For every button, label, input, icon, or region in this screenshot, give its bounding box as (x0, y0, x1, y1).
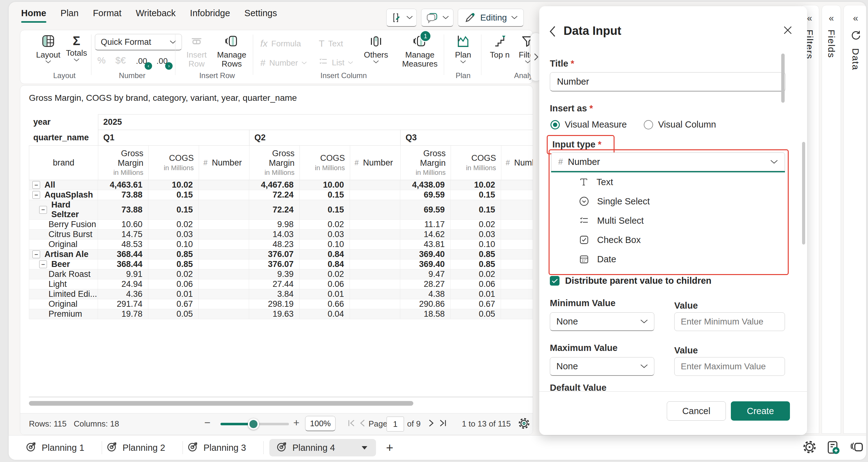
tab-menu-caret-icon[interactable] (362, 446, 367, 450)
number-input-cell[interactable] (350, 309, 400, 319)
input-type-option-date[interactable]: Date (551, 249, 785, 269)
number-input-cell[interactable] (501, 259, 533, 269)
number-input-cell[interactable] (199, 229, 249, 239)
number-input-cell[interactable] (199, 279, 249, 289)
number-input-cell[interactable] (350, 289, 400, 299)
number-input-cell[interactable] (350, 190, 400, 200)
number-input-cell[interactable] (199, 249, 249, 259)
number-input-cell[interactable] (350, 299, 400, 309)
input-type-option-check-box[interactable]: Check Box (551, 230, 785, 249)
collapsed-panel-data[interactable]: «Data (843, 5, 866, 434)
menu-item-home[interactable]: Home (21, 8, 46, 23)
collapse-toggle-icon[interactable]: − (39, 260, 47, 268)
layout-button[interactable]: Layout (33, 34, 63, 63)
expand-panel-icon[interactable]: « (853, 13, 858, 23)
page-copies-icon[interactable] (850, 440, 865, 456)
number-input-cell[interactable] (501, 200, 533, 219)
expand-panel-icon[interactable]: « (829, 13, 834, 23)
minimum-value-input[interactable] (674, 312, 785, 331)
zoom-in-button[interactable]: + (293, 417, 300, 429)
collapsed-panel-fields[interactable]: «Fields (822, 5, 841, 434)
zoom-out-button[interactable]: − (204, 417, 211, 429)
manage-measures-button[interactable]: 1 Manage Measures (400, 34, 439, 68)
maximum-value-input[interactable] (674, 357, 785, 376)
number-input-cell[interactable] (501, 279, 533, 289)
currency-format-button[interactable]: $€ (115, 55, 126, 66)
options-list-scrollbar[interactable] (781, 54, 785, 103)
add-sheet-button[interactable]: + (386, 441, 393, 455)
grid-settings-gear-icon[interactable] (518, 417, 530, 431)
panel-scrollbar[interactable] (802, 142, 805, 245)
number-input-cell[interactable] (501, 220, 533, 229)
number-input-cell[interactable] (199, 180, 249, 190)
number-input-cell[interactable] (199, 240, 249, 249)
comments-dropdown[interactable] (421, 9, 454, 27)
insert-others-button[interactable]: Others (361, 34, 391, 63)
zoom-slider-thumb[interactable] (248, 419, 259, 430)
number-input-cell[interactable] (199, 299, 249, 309)
menu-item-format[interactable]: Format (93, 8, 122, 23)
collapse-toggle-icon[interactable]: − (32, 181, 40, 189)
number-input-cell[interactable] (199, 200, 249, 219)
number-input-cell[interactable] (501, 309, 533, 319)
number-input-cell[interactable] (501, 190, 533, 200)
number-input-cell[interactable] (350, 259, 400, 269)
number-input-cell[interactable] (350, 240, 400, 249)
number-input-cell[interactable] (350, 180, 400, 190)
input-type-option-text[interactable]: Text (551, 172, 785, 192)
expand-panel-icon[interactable]: « (807, 13, 812, 23)
number-input-cell[interactable] (199, 190, 249, 200)
number-input-cell[interactable] (350, 200, 400, 219)
sheet-tab-planning-3[interactable]: Planning 3 (183, 441, 264, 455)
number-input-cell[interactable] (501, 270, 533, 279)
previous-page-button[interactable] (359, 419, 365, 429)
number-input-cell[interactable] (199, 309, 249, 319)
number-input-cell[interactable] (501, 240, 533, 249)
zoom-slider[interactable] (220, 423, 289, 425)
number-input-cell[interactable] (350, 249, 400, 259)
quick-format-dropdown[interactable]: Quick Format (95, 34, 182, 51)
number-input-cell[interactable] (199, 270, 249, 279)
number-input-cell[interactable] (501, 289, 533, 299)
number-input-cell[interactable] (501, 180, 533, 190)
percent-format-button[interactable]: % (97, 55, 106, 66)
minimum-value-dropdown[interactable]: None (550, 312, 654, 331)
mode-dropdown[interactable]: Editing (458, 9, 524, 27)
maximum-value-dropdown[interactable]: None (550, 357, 654, 376)
number-input-cell[interactable] (199, 259, 249, 269)
close-icon[interactable] (782, 25, 793, 37)
menu-item-writeback[interactable]: Writeback (135, 8, 176, 23)
menu-item-plan[interactable]: Plan (61, 8, 79, 23)
title-field-input[interactable] (550, 72, 785, 91)
radio-visual-measure[interactable]: Visual Measure (551, 120, 627, 130)
number-input-cell[interactable] (350, 270, 400, 279)
sheet-tab-planning-1[interactable]: Planning 1 (21, 441, 102, 455)
increase-decimal-button[interactable]: .00 › (156, 56, 167, 66)
refresh-icon[interactable] (850, 30, 861, 41)
number-input-cell[interactable] (501, 229, 533, 239)
plan-button[interactable]: Plan (449, 34, 477, 63)
cancel-button[interactable]: Cancel (667, 401, 726, 421)
collapse-toggle-icon[interactable]: − (32, 191, 40, 199)
horizontal-scrollbar[interactable] (29, 401, 413, 406)
create-button[interactable]: Create (731, 401, 790, 421)
number-input-cell[interactable] (199, 289, 249, 299)
radio-visual-column[interactable]: Visual Column (644, 120, 716, 130)
back-icon[interactable] (549, 26, 556, 38)
page-number-input[interactable] (386, 417, 404, 432)
input-type-option-single-select[interactable]: Single Select (551, 192, 785, 211)
collapse-toggle-icon[interactable]: − (32, 250, 40, 258)
last-page-button[interactable] (439, 419, 447, 429)
number-input-cell[interactable] (501, 299, 533, 309)
menu-item-infobridge[interactable]: Infobridge (190, 8, 230, 23)
decrease-decimal-button[interactable]: .00 ‹ (136, 56, 147, 66)
number-input-cell[interactable] (350, 279, 400, 289)
distribute-checkbox[interactable]: Distribute parent value to children (550, 276, 712, 286)
top-n-button[interactable]: Top n (486, 34, 514, 59)
report-settings-gear-icon[interactable] (802, 440, 817, 456)
zoom-level-button[interactable]: 100% (305, 416, 336, 431)
first-page-button[interactable] (347, 419, 355, 429)
sheet-tab-planning-2[interactable]: Planning 2 (102, 441, 183, 455)
menu-item-settings[interactable]: Settings (244, 8, 277, 23)
input-type-dropdown[interactable]: # Number (551, 152, 785, 171)
